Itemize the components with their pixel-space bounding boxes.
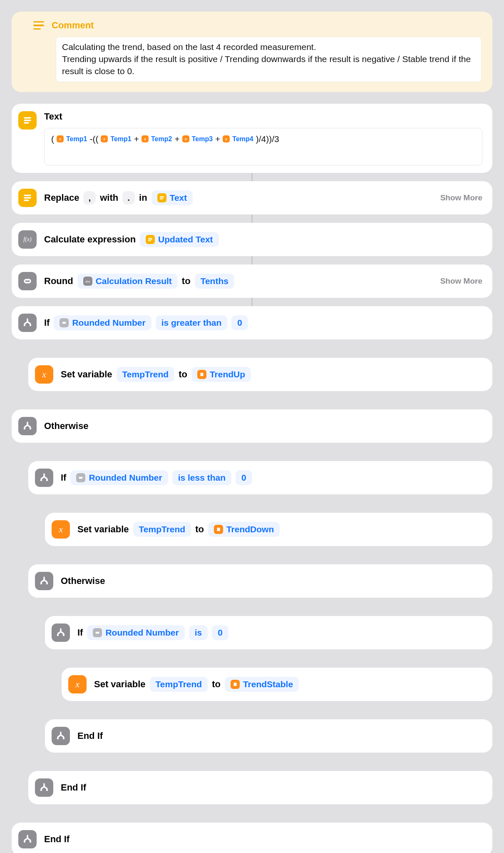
endif-action[interactable]: End If	[12, 823, 492, 853]
replace-target[interactable]: Text	[151, 190, 193, 205]
svg-rect-39	[233, 683, 236, 686]
show-more-button[interactable]: Show More	[440, 277, 482, 286]
svg-text:x: x	[42, 369, 46, 379]
var-temp1[interactable]: xTemp1	[57, 135, 87, 143]
svg-point-34	[46, 583, 48, 584]
calc-verb: Calculate expression	[44, 234, 136, 245]
show-more-button[interactable]: Show More	[440, 193, 482, 202]
svg-text:x: x	[184, 137, 187, 141]
text-mini-icon	[157, 193, 166, 202]
svg-text:x: x	[59, 137, 61, 141]
set-variable-action[interactable]: x Set variable TempTrend to TrendStable	[62, 668, 492, 701]
svg-point-29	[46, 479, 48, 481]
svg-point-44	[24, 841, 25, 843]
if-var[interactable]: Rounded Number	[54, 315, 151, 330]
svg-rect-30	[79, 477, 83, 479]
svg-text:x: x	[225, 137, 227, 141]
if-value[interactable]: 0	[231, 315, 248, 330]
replace-with[interactable]: .	[122, 191, 135, 205]
round-action[interactable]: Round f(x) Calculation Result to Tenths …	[12, 264, 492, 298]
svg-point-35	[57, 634, 59, 636]
set-variable-action[interactable]: x Set variable TempTrend to TrendUp	[28, 358, 492, 391]
round-mini-icon	[60, 318, 69, 327]
svg-point-42	[40, 789, 42, 791]
calc-target[interactable]: Updated Text	[140, 232, 218, 247]
svg-point-21	[24, 324, 25, 326]
variable-icon: x	[52, 520, 70, 539]
var-temp1b[interactable]: xTemp1	[101, 135, 131, 143]
text-mini-icon	[146, 235, 155, 244]
svg-rect-23	[62, 322, 66, 324]
comment-icon	[33, 21, 44, 30]
branch-icon	[18, 830, 37, 848]
comment-body[interactable]: Calculating the trend, based on the last…	[56, 37, 482, 82]
set-variable-action[interactable]: x Set variable TempTrend to TrendDown	[45, 513, 492, 546]
if-condition[interactable]: is less than	[172, 470, 231, 485]
if-condition[interactable]: is	[189, 625, 208, 640]
branch-icon	[52, 727, 70, 745]
fx-mini-icon: f(x)	[83, 277, 92, 286]
set-var-name[interactable]: TempTrend	[117, 367, 175, 382]
var-temp4[interactable]: xTemp4	[223, 135, 253, 143]
round-precision[interactable]: Tenths	[195, 274, 234, 289]
set-var-name[interactable]: TempTrend	[133, 522, 191, 537]
if-action[interactable]: If Rounded Number is 0	[45, 616, 492, 649]
if-value[interactable]: 0	[212, 625, 228, 640]
comment-action[interactable]: Comment Calculating the trend, based on …	[12, 12, 492, 92]
replace-action[interactable]: Replace , with . in Text Show More	[12, 181, 492, 214]
replace-find[interactable]: ,	[83, 191, 96, 205]
svg-rect-37	[96, 632, 99, 634]
text-action[interactable]: Text ( xTemp1 -(( xTemp1 + xTemp2 + xTem…	[12, 104, 492, 173]
svg-point-40	[57, 738, 59, 739]
if-var[interactable]: Rounded Number	[87, 625, 184, 640]
endif-action[interactable]: End If	[45, 719, 492, 753]
set-var-value[interactable]: TrendStable	[225, 677, 299, 692]
dict-mini-icon	[231, 680, 240, 689]
svg-rect-32	[217, 528, 220, 531]
dict-mini-icon	[214, 525, 223, 534]
set-var-name[interactable]: TempTrend	[150, 677, 208, 692]
svg-point-26	[24, 428, 25, 429]
endif-action[interactable]: End If	[28, 771, 492, 804]
svg-text:x: x	[58, 524, 63, 534]
if-action[interactable]: If Rounded Number is greater than 0	[12, 306, 492, 339]
if-value[interactable]: 0	[236, 470, 252, 485]
branch-icon	[35, 572, 53, 590]
round-input[interactable]: f(x) Calculation Result	[77, 274, 178, 289]
var-temp2[interactable]: xTemp2	[142, 135, 172, 143]
otherwise-action[interactable]: Otherwise	[28, 564, 492, 598]
comment-label: Comment	[52, 20, 94, 31]
set-var-value[interactable]: TrendUp	[191, 367, 251, 382]
svg-point-43	[46, 789, 48, 791]
branch-icon	[35, 778, 53, 797]
svg-text:x: x	[103, 137, 105, 141]
round-icon	[18, 272, 37, 290]
text-title: Text	[44, 111, 482, 122]
variable-icon: x	[35, 365, 53, 384]
svg-point-27	[30, 428, 31, 429]
if-action[interactable]: If Rounded Number is less than 0	[28, 461, 492, 494]
svg-point-28	[40, 479, 42, 481]
text-icon	[18, 111, 37, 130]
otherwise-action[interactable]: Otherwise	[12, 409, 492, 443]
variable-icon: x	[68, 675, 87, 693]
var-temp3[interactable]: xTemp3	[182, 135, 213, 143]
set-var-value[interactable]: TrendDown	[208, 522, 280, 537]
round-verb: Round	[44, 276, 73, 287]
svg-point-33	[40, 583, 42, 584]
dict-mini-icon	[197, 370, 206, 379]
svg-text:f(x): f(x)	[85, 280, 90, 283]
if-var[interactable]: Rounded Number	[70, 470, 168, 485]
svg-point-22	[30, 324, 31, 326]
svg-text:x: x	[75, 679, 79, 689]
svg-rect-25	[200, 373, 203, 376]
branch-icon	[35, 469, 53, 487]
text-input[interactable]: ( xTemp1 -(( xTemp1 + xTemp2 + xTemp3 + …	[44, 128, 482, 165]
fx-icon: f(x)	[18, 230, 37, 249]
svg-text:f(x): f(x)	[23, 236, 32, 243]
svg-point-36	[63, 634, 65, 636]
if-condition[interactable]: is greater than	[156, 315, 228, 330]
branch-icon	[52, 624, 70, 642]
branch-icon	[18, 417, 37, 435]
calculate-action[interactable]: f(x) Calculate expression Updated Text	[12, 223, 492, 256]
